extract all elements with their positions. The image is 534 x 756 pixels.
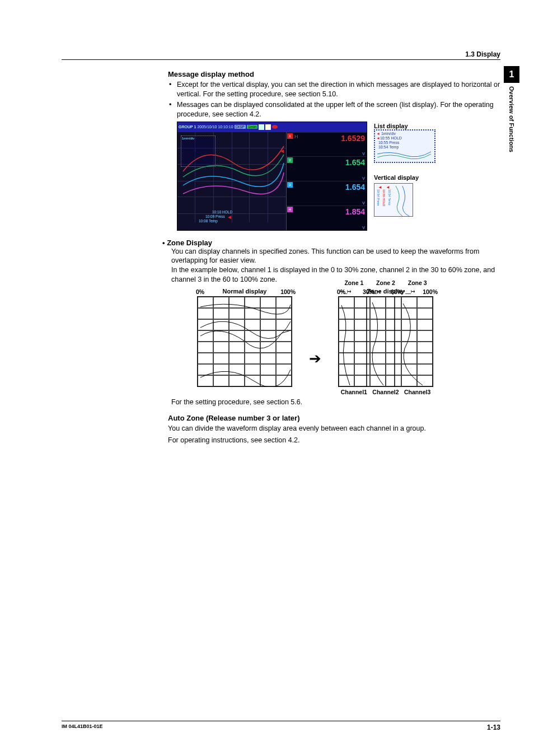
datetime-label: 2005/10/10 10:10:10 [197,125,233,129]
msg-method-heading: Message display method [168,70,500,78]
vertical-display-callout: Vertical display ◄ ◄ 10:54 Press 10:55 H… [374,174,447,217]
rec-icon [272,125,278,129]
rate-badge: 1min [247,125,257,129]
temp-label: 10:08 Temp [199,220,218,223]
bullet-1: Except for the vertical display, you can… [168,80,500,99]
list-display-callout: List display ◄ 1min/div ◄10:55 HOLD 10:5… [374,123,435,163]
marker-arrow: ◄ [227,214,232,220]
numeric-column: 1H1.6529V 21.654V 31.654V 41.854V [287,132,367,230]
page-footer: IM 04L41B01-01E 1-13 [62,721,500,731]
vertical-display-label: Vertical display [374,174,447,181]
arrow-icon: ➔ [309,350,321,367]
chapter-number: 1 [504,66,519,83]
normal-title: Normal display [197,288,292,295]
zone-grid [338,296,433,387]
normal-grid [197,296,292,387]
autozone-p2: For operating instructions, see section … [168,436,500,445]
zone-p1: You can display channels in specified zo… [171,247,500,266]
marker-arrow: ◄ [279,148,285,154]
list-display-label: List display [374,123,435,129]
page-number: 1-13 [487,724,500,731]
zone-after: For the setting procedure, see section 5… [171,398,500,407]
msg-list-box: 1min/div [181,136,216,167]
autozone-p1: You can divide the waveform display area… [168,424,500,433]
group-label: GROUP 1 [179,125,196,129]
zone-figure: Normal display 0% 100% [197,288,500,395]
doc-id: IM 04L41B01-01E [62,724,103,731]
trend-figure: GROUP 1 2005/10/10 10:10:10 DISP 1min [177,122,500,231]
bullet-2: Messages can be displayed consolidated a… [168,100,500,119]
zone-title: Zone display [338,288,433,295]
status-icon [265,124,271,130]
chapter-title: Overview of Functions [508,86,515,152]
disp-badge: DISP [235,125,246,129]
autozone-heading: Auto Zone (Release number 3 or later) [168,414,500,422]
section-header: 1.3 Display [62,50,500,58]
press-label: 10:09 Press [205,215,225,219]
zone-heading: Zone Display [162,239,500,247]
status-icon [259,124,264,130]
hold-label: 10:10 HOLD [212,211,232,214]
zone-p2: In the example below, channel 1 is displ… [171,265,500,284]
chapter-tab: 1 Overview of Functions [504,66,519,152]
